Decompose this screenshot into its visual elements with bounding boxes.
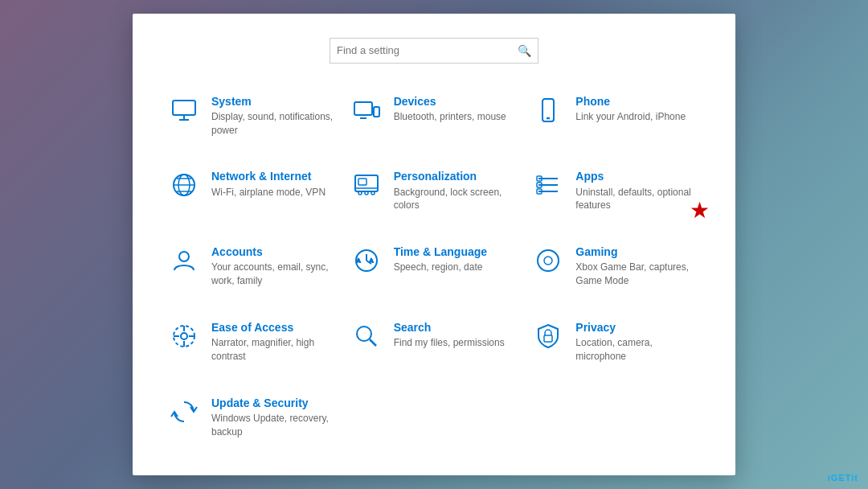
settings-item-network[interactable]: Network & InternetWi-Fi, airplane mode, …: [165, 164, 339, 217]
settings-desc-phone: Link your Android, iPhone: [575, 110, 686, 124]
svg-rect-0: [173, 101, 195, 115]
settings-title-network: Network & Internet: [211, 169, 326, 183]
svg-text:A: A: [370, 258, 373, 263]
search-input[interactable]: [337, 44, 518, 56]
settings-title-ease: Ease of Access: [211, 320, 336, 335]
settings-grid: SystemDisplay, sound, notifications, pow…: [165, 89, 703, 444]
watermark: iGETit: [828, 473, 858, 483]
svg-point-31: [538, 250, 559, 271]
svg-rect-4: [374, 107, 379, 117]
settings-item-phone[interactable]: PhoneLink your Android, iPhone: [529, 89, 703, 142]
settings-desc-network: Wi-Fi, airplane mode, VPN: [211, 186, 326, 199]
settings-item-privacy[interactable]: PrivacyLocation, camera, microphone: [529, 315, 703, 368]
settings-desc-gaming: Xbox Game Bar, captures, Game Mode: [575, 261, 700, 288]
settings-desc-accounts: Your accounts, email, sync, work, family: [211, 261, 336, 288]
search-icon: 🔍: [518, 44, 531, 57]
svg-line-40: [370, 339, 376, 346]
settings-desc-devices: Bluetooth, printers, mouse: [394, 110, 506, 124]
svg-point-39: [357, 327, 371, 341]
search-bar-container: 🔍: [165, 38, 703, 64]
settings-title-apps: Apps: [575, 169, 700, 183]
devices-icon: [350, 94, 383, 126]
settings-item-apps[interactable]: AppsUninstall, defaults, optional featur…: [529, 164, 703, 217]
settings-title-phone: Phone: [575, 94, 686, 109]
svg-point-25: [179, 252, 189, 261]
settings-title-search: Search: [394, 320, 505, 335]
accounts-icon: [168, 244, 200, 277]
svg-point-16: [365, 191, 368, 195]
search-bar[interactable]: 🔍: [330, 38, 538, 64]
search-icon: [350, 320, 383, 352]
svg-point-34: [181, 333, 187, 339]
settings-desc-ease: Narrator, magnifier, high contrast: [211, 336, 336, 364]
settings-desc-personalization: Background, lock screen, colors: [394, 186, 518, 213]
settings-desc-system: Display, sound, notifications, power: [211, 110, 336, 138]
ease-icon: [168, 320, 200, 352]
settings-item-system[interactable]: SystemDisplay, sound, notifications, pow…: [165, 89, 339, 142]
network-icon: [168, 169, 200, 201]
settings-title-time: Time & Language: [394, 244, 487, 259]
settings-item-accounts[interactable]: AccountsYour accounts, email, sync, work…: [165, 240, 339, 293]
phone-icon: [532, 94, 564, 126]
apps-icon: [532, 169, 564, 201]
settings-title-devices: Devices: [394, 94, 506, 109]
settings-item-ease[interactable]: Ease of AccessNarrator, magnifier, high …: [165, 315, 339, 368]
privacy-icon: [532, 320, 564, 352]
settings-window: 🔍 SystemDisplay, sound, notifications, p…: [133, 14, 735, 476]
settings-desc-time: Speech, region, date: [394, 261, 487, 274]
svg-point-15: [358, 191, 362, 195]
settings-title-accounts: Accounts: [211, 244, 336, 259]
settings-desc-apps: Uninstall, defaults, optional features: [575, 186, 700, 213]
svg-text:A: A: [357, 258, 360, 263]
settings-item-time[interactable]: AATime & LanguageSpeech, region, date: [347, 240, 522, 293]
settings-item-update[interactable]: Update & SecurityWindows Update, recover…: [165, 391, 339, 444]
settings-title-gaming: Gaming: [575, 244, 700, 259]
settings-desc-search: Find my files, permissions: [394, 336, 505, 350]
time-icon: AA: [350, 244, 383, 277]
gaming-icon: [532, 244, 564, 277]
settings-item-gaming[interactable]: GamingXbox Game Bar, captures, Game Mode: [529, 240, 703, 293]
personalization-icon: [350, 169, 383, 201]
svg-rect-3: [354, 102, 372, 115]
settings-item-devices[interactable]: DevicesBluetooth, printers, mouse: [347, 89, 522, 142]
settings-item-personalization[interactable]: PersonalizationBackground, lock screen, …: [347, 164, 522, 217]
settings-title-personalization: Personalization: [394, 169, 518, 183]
settings-desc-update: Windows Update, recovery, backup: [211, 412, 336, 439]
svg-point-32: [544, 257, 552, 265]
svg-rect-41: [544, 335, 552, 342]
settings-desc-privacy: Location, camera, microphone: [575, 336, 700, 364]
svg-rect-18: [358, 179, 366, 185]
settings-item-search[interactable]: SearchFind my files, permissions: [347, 315, 522, 368]
system-icon: [168, 94, 200, 126]
update-icon: [168, 396, 200, 428]
svg-point-17: [371, 191, 375, 195]
settings-title-privacy: Privacy: [575, 320, 700, 335]
settings-title-system: System: [211, 94, 336, 109]
settings-title-update: Update & Security: [211, 396, 336, 410]
